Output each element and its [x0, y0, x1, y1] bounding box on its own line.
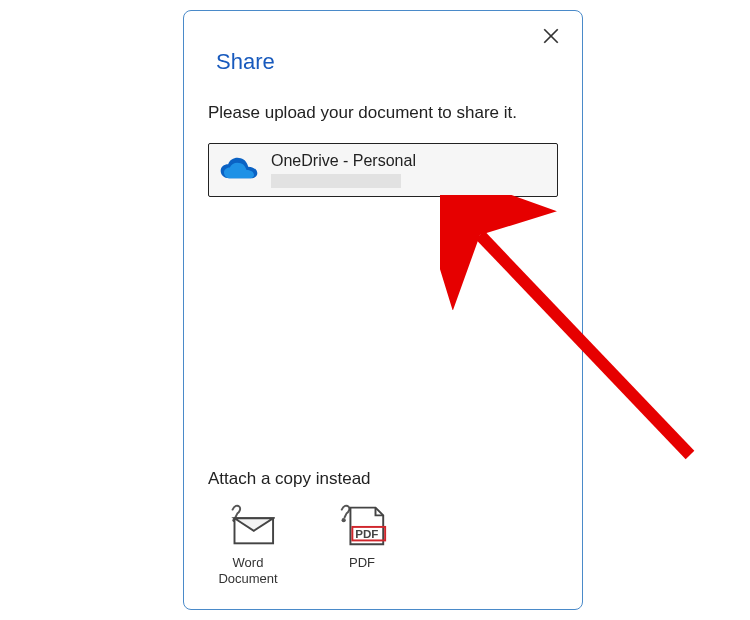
upload-instruction: Please upload your document to share it. — [208, 103, 558, 123]
share-dialog: Share Please upload your document to sha… — [183, 10, 583, 610]
attach-section: Attach a copy instead Word Document — [208, 469, 558, 588]
pdf-document-icon: PDF — [335, 503, 389, 547]
attach-word-button[interactable]: Word Document — [208, 503, 288, 588]
attach-heading: Attach a copy instead — [208, 469, 558, 489]
location-text: OneDrive - Personal — [271, 152, 416, 188]
location-name: OneDrive - Personal — [271, 152, 416, 170]
onedrive-icon — [219, 154, 259, 186]
svg-text:PDF: PDF — [355, 527, 378, 539]
close-button[interactable] — [542, 27, 564, 49]
onedrive-location-button[interactable]: OneDrive - Personal — [208, 143, 558, 197]
dialog-title: Share — [216, 49, 558, 75]
close-icon — [542, 27, 560, 45]
attach-word-label: Word Document — [208, 555, 288, 588]
attach-pdf-button[interactable]: PDF PDF — [322, 503, 402, 588]
svg-point-5 — [342, 518, 346, 522]
word-document-icon — [221, 503, 275, 547]
location-account-redacted — [271, 174, 401, 188]
attach-pdf-label: PDF — [349, 555, 375, 571]
attach-options: Word Document PDF PDF — [208, 503, 558, 588]
